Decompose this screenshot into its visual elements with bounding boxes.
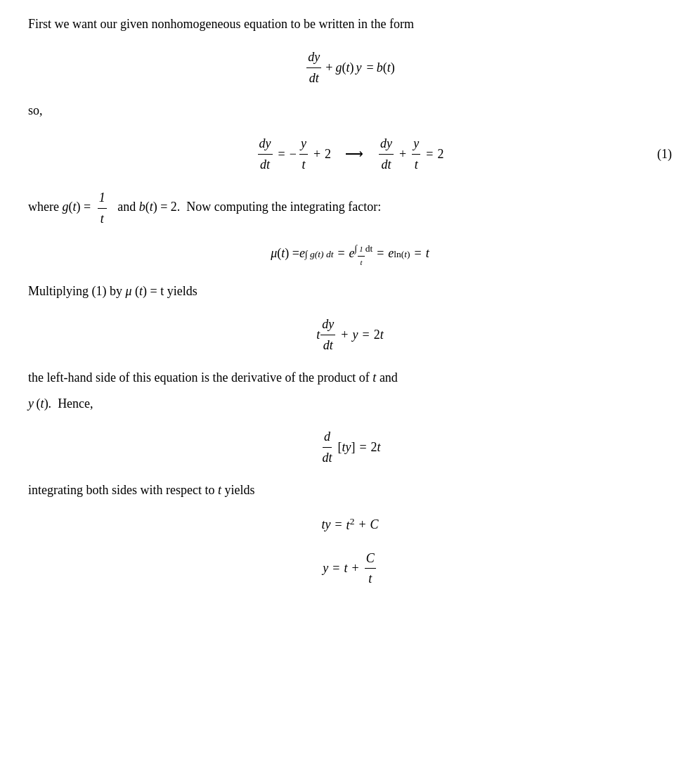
equation-1: dy dt = − y t + 2 ⟶ dy dt + y — [28, 134, 672, 175]
equation-integrated: ty = t2 + C — [28, 513, 672, 535]
multiplying-text: Multiplying (1) by μ (t) = t yields — [28, 281, 672, 302]
lefthand-text2: y (t). Hence, — [28, 394, 672, 414]
eq-form-math: dy dt + g(t) y = b(t) — [305, 47, 394, 89]
eq-number: (1) — [657, 144, 672, 164]
eq1-math: dy dt = − y t + 2 ⟶ dy dt + y — [257, 134, 444, 175]
eq-deriv-math: d dt [ty] = 2t — [319, 427, 380, 468]
lefthand-text: the left-hand side of this equation is t… — [28, 368, 672, 388]
equation-solution: y = t + C t — [28, 548, 672, 590]
page-content: First we want our given nonhomogeneous e… — [28, 14, 672, 589]
integrating-text: integrating both sides with respect to t… — [28, 480, 672, 501]
so-text: so, — [28, 101, 672, 121]
where-text: where g(t) = 1 t and b(t) = 2. Now compu… — [28, 188, 672, 229]
mu-math: μ (t) = e ∫ g(t) dt = e ∫ 1 t dt = — [271, 241, 429, 269]
eq-int-math: ty = t2 + C — [321, 513, 378, 535]
eq-sol-math: y = t + C t — [323, 548, 377, 590]
equation-form: dy dt + g(t) y = b(t) — [28, 47, 672, 89]
intro-text: First we want our given nonhomogeneous e… — [28, 14, 672, 34]
equation-multiplied: t dy dt + y = 2t — [28, 314, 672, 356]
eq-mult-math: t dy dt + y = 2t — [316, 314, 383, 356]
equation-derivative: d dt [ty] = 2t — [28, 427, 672, 468]
mu-equation: μ (t) = e ∫ g(t) dt = e ∫ 1 t dt = — [28, 241, 672, 269]
